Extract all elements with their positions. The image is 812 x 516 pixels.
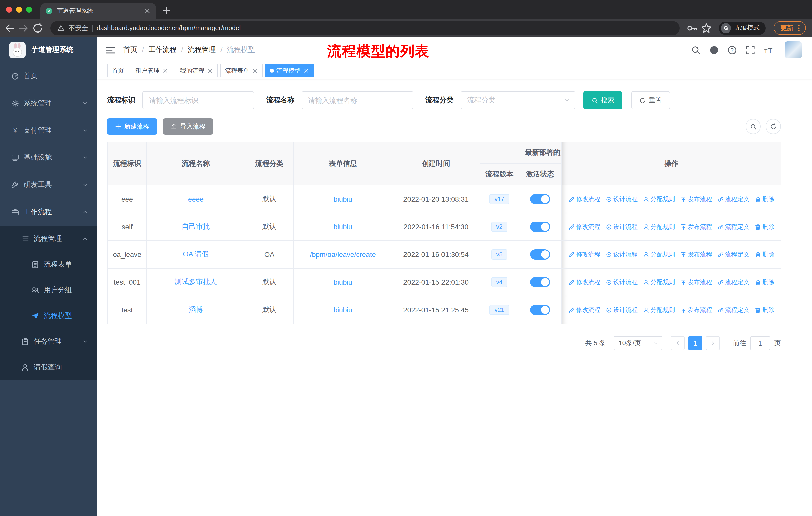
action-edit-link[interactable]: 修改流程 [568,278,600,287]
tab-close-icon[interactable] [143,7,151,15]
toggle-search-button[interactable] [746,119,761,134]
process-name-link[interactable]: OA 请假 [183,250,209,258]
action-publish-link[interactable]: 发布流程 [680,195,712,203]
form-info-link[interactable]: biubiu [334,278,352,286]
action-assign-link[interactable]: 分配规则 [643,250,675,259]
next-page-button[interactable] [706,336,720,350]
reset-button[interactable]: 重置 [631,91,670,109]
sidebar-item-process-model[interactable]: 流程模型 [0,303,97,329]
search-button[interactable]: 搜索 [583,91,622,109]
sidebar-item-user-group[interactable]: 用户分组 [0,277,97,303]
close-icon[interactable] [252,67,258,74]
form-info-link[interactable]: biubiu [334,195,352,203]
breadcrumb-workflow[interactable]: 工作流程 [148,45,177,54]
browser-menu-kebab-icon[interactable] [795,24,803,32]
close-icon[interactable] [207,67,213,74]
current-page[interactable]: 1 [688,336,702,350]
action-publish-link[interactable]: 发布流程 [680,222,712,231]
logo[interactable]: 芋道管理系统 [0,37,97,62]
action-edit-link[interactable]: 修改流程 [568,250,600,259]
sidebar-item-process-management[interactable]: 流程管理 [0,226,97,251]
tag-tenant-management[interactable]: 租户管理 [131,64,173,77]
process-key-input[interactable] [142,91,254,109]
sidebar-collapse-icon[interactable] [105,45,116,55]
action-publish-link[interactable]: 发布流程 [680,306,712,314]
prev-page-button[interactable] [671,336,685,350]
process-name-link[interactable]: 自己审批 [182,222,210,230]
create-process-button[interactable]: 新建流程 [107,118,157,135]
action-assign-link[interactable]: 分配规则 [643,222,675,231]
sidebar-item-payment[interactable]: ¥ 支付管理 [0,117,97,144]
sidebar-item-workflow[interactable]: 工作流程 [0,198,97,226]
sidebar-item-process-form[interactable]: 流程表单 [0,251,97,277]
action-edit-link[interactable]: 修改流程 [568,306,600,314]
window-minimize-button[interactable] [16,6,22,12]
bookmark-star-icon[interactable] [701,22,712,33]
action-assign-link[interactable]: 分配规则 [643,278,675,287]
action-definition-link[interactable]: 流程定义 [717,278,749,287]
breadcrumb-process-management[interactable]: 流程管理 [188,45,216,54]
goto-page-input[interactable] [750,336,770,350]
page-size-select[interactable]: 10条/页 [614,336,663,350]
action-trash-link[interactable]: 删除 [754,195,775,203]
active-toggle[interactable] [530,194,550,204]
address-bar[interactable]: 不安全 dashboard.yudao.iocoder.cn/bpm/manag… [50,21,679,35]
action-assign-link[interactable]: 分配规则 [643,306,675,314]
action-design-link[interactable]: 设计流程 [605,278,638,287]
close-icon[interactable] [303,67,310,74]
action-trash-link[interactable]: 删除 [754,222,775,231]
password-key-icon[interactable] [687,22,698,33]
action-trash-link[interactable]: 删除 [754,250,775,259]
process-name-link[interactable]: 测试多审批人 [175,278,217,286]
breadcrumb-home[interactable]: 首页 [123,45,138,54]
search-icon[interactable] [691,45,701,55]
action-definition-link[interactable]: 流程定义 [717,195,749,203]
form-info-link[interactable]: biubiu [334,306,352,314]
tag-home[interactable]: 首页 [107,64,128,77]
sidebar-item-system[interactable]: 系统管理 [0,90,97,117]
reload-button[interactable] [32,22,43,33]
action-edit-link[interactable]: 修改流程 [568,222,600,231]
active-toggle[interactable] [530,305,550,315]
action-publish-link[interactable]: 发布流程 [680,250,712,259]
refresh-table-button[interactable] [766,119,781,134]
process-name-link[interactable]: eeee [188,195,204,203]
action-trash-link[interactable]: 删除 [754,306,775,314]
update-button[interactable]: 更新 [774,21,806,35]
sidebar-item-leave-query[interactable]: 请假查询 [0,354,97,380]
sidebar-item-devtools[interactable]: 研发工具 [0,171,97,198]
window-close-button[interactable] [6,6,12,12]
github-icon[interactable] [709,45,719,55]
category-select[interactable]: 流程分类 [461,91,575,109]
action-definition-link[interactable]: 流程定义 [717,250,749,259]
user-avatar[interactable] [785,41,802,58]
fullscreen-icon[interactable] [746,45,755,55]
action-edit-link[interactable]: 修改流程 [568,195,600,203]
action-design-link[interactable]: 设计流程 [605,222,638,231]
back-button[interactable] [4,22,15,33]
browser-tab[interactable]: 芋道管理系统 [40,3,156,19]
forward-button[interactable] [18,22,29,33]
tag-process-form[interactable]: 流程表单 [221,64,263,77]
import-process-button[interactable]: 导入流程 [163,118,213,135]
action-design-link[interactable]: 设计流程 [605,306,638,314]
action-trash-link[interactable]: 删除 [754,278,775,287]
close-icon[interactable] [162,67,169,74]
action-design-link[interactable]: 设计流程 [605,250,638,259]
sidebar-item-home[interactable]: 首页 [0,62,97,90]
action-design-link[interactable]: 设计流程 [605,195,638,203]
tag-my-process[interactable]: 我的流程 [176,64,218,77]
form-info-link[interactable]: /bpm/oa/leave/create [310,250,376,259]
action-assign-link[interactable]: 分配规则 [643,195,675,203]
process-name-link[interactable]: 滔博 [189,305,203,314]
form-info-link[interactable]: biubiu [334,223,352,231]
active-toggle[interactable] [530,249,550,260]
active-toggle[interactable] [530,222,550,232]
sidebar-item-infrastructure[interactable]: 基础设施 [0,144,97,171]
window-zoom-button[interactable] [26,6,32,12]
process-name-input[interactable] [301,91,413,109]
active-toggle[interactable] [530,277,550,287]
action-definition-link[interactable]: 流程定义 [717,306,749,314]
action-definition-link[interactable]: 流程定义 [717,222,749,231]
help-icon[interactable]: ? [727,45,737,55]
